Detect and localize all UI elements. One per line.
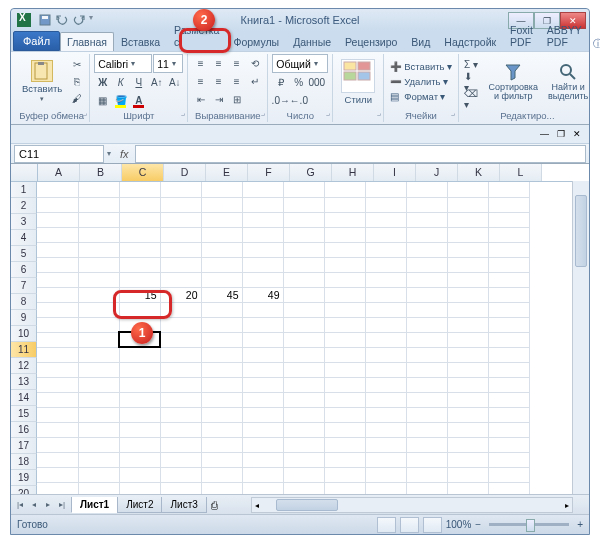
column-header[interactable]: J xyxy=(416,164,458,181)
cell[interactable] xyxy=(283,272,324,287)
cell[interactable] xyxy=(160,422,201,437)
cell[interactable] xyxy=(365,257,406,272)
currency-icon[interactable]: ₽ xyxy=(272,74,289,91)
cell[interactable] xyxy=(160,392,201,407)
cell[interactable] xyxy=(160,407,201,422)
cell[interactable] xyxy=(447,482,488,494)
row-header[interactable]: 4 xyxy=(11,230,37,246)
font-name-combo[interactable]: Calibri xyxy=(94,54,152,73)
cell[interactable] xyxy=(283,197,324,212)
cell[interactable] xyxy=(488,317,529,332)
column-header[interactable]: I xyxy=(374,164,416,181)
cell[interactable]: 20 xyxy=(160,287,201,302)
cell[interactable] xyxy=(406,317,447,332)
cell[interactable]: 49 xyxy=(242,287,283,302)
delete-cells-button[interactable]: ➖Удалить ▾ xyxy=(388,74,453,89)
cell[interactable] xyxy=(283,437,324,452)
cell[interactable] xyxy=(324,317,365,332)
cell[interactable] xyxy=(324,287,365,302)
cell[interactable] xyxy=(365,452,406,467)
view-page-layout-icon[interactable] xyxy=(400,517,419,533)
cell[interactable] xyxy=(283,257,324,272)
qat-dropdown-icon[interactable]: ▾ xyxy=(89,13,103,27)
cell[interactable] xyxy=(201,467,242,482)
cell[interactable] xyxy=(488,227,529,242)
cell[interactable] xyxy=(37,227,78,242)
cell[interactable] xyxy=(406,437,447,452)
row-header[interactable]: 14 xyxy=(11,390,37,406)
cell[interactable] xyxy=(365,287,406,302)
decrease-indent-icon[interactable]: ⇤ xyxy=(192,91,209,108)
cell[interactable] xyxy=(447,227,488,242)
cell[interactable] xyxy=(242,362,283,377)
cell[interactable] xyxy=(447,302,488,317)
cell[interactable] xyxy=(283,452,324,467)
cell[interactable] xyxy=(283,377,324,392)
cell[interactable] xyxy=(160,272,201,287)
cell[interactable] xyxy=(324,302,365,317)
sort-filter-button[interactable]: Сортировка и фильтр xyxy=(485,61,542,102)
cell[interactable] xyxy=(201,212,242,227)
cell[interactable] xyxy=(324,272,365,287)
align-middle-icon[interactable]: ≡ xyxy=(210,55,227,72)
cells-area[interactable]: 15204549 xyxy=(37,182,589,494)
cell[interactable] xyxy=(324,347,365,362)
undo-icon[interactable] xyxy=(55,13,69,27)
cell[interactable] xyxy=(488,197,529,212)
cell[interactable] xyxy=(324,422,365,437)
column-header[interactable]: C xyxy=(122,164,164,181)
format-cells-button[interactable]: ▤Формат ▾ xyxy=(388,89,453,104)
cell[interactable] xyxy=(37,362,78,377)
column-header[interactable]: G xyxy=(290,164,332,181)
row-header[interactable]: 15 xyxy=(11,406,37,422)
cell[interactable] xyxy=(242,452,283,467)
cell[interactable] xyxy=(324,437,365,452)
select-all-corner[interactable] xyxy=(11,164,38,181)
cell[interactable] xyxy=(365,272,406,287)
cell[interactable] xyxy=(365,362,406,377)
cell[interactable] xyxy=(365,302,406,317)
cell[interactable] xyxy=(119,317,160,332)
cell[interactable] xyxy=(201,257,242,272)
cell[interactable] xyxy=(365,242,406,257)
cell[interactable] xyxy=(365,392,406,407)
cell[interactable] xyxy=(37,242,78,257)
cell[interactable] xyxy=(160,362,201,377)
cell[interactable] xyxy=(365,227,406,242)
cell[interactable] xyxy=(488,437,529,452)
copy-icon[interactable]: ⎘ xyxy=(68,73,85,90)
cell[interactable] xyxy=(488,362,529,377)
cut-icon[interactable]: ✂ xyxy=(68,56,85,73)
cell[interactable] xyxy=(119,257,160,272)
new-sheet-icon[interactable]: ⎙ xyxy=(206,499,223,511)
cell[interactable] xyxy=(78,362,119,377)
cell[interactable] xyxy=(78,452,119,467)
tab-data[interactable]: Данные xyxy=(286,32,338,51)
cell[interactable] xyxy=(242,242,283,257)
cell[interactable] xyxy=(201,452,242,467)
cell[interactable] xyxy=(119,422,160,437)
cell[interactable] xyxy=(78,467,119,482)
sheet-nav-first-icon[interactable]: |◂ xyxy=(13,500,27,509)
cell[interactable] xyxy=(406,407,447,422)
cell[interactable] xyxy=(160,317,201,332)
cell[interactable] xyxy=(283,242,324,257)
row-header[interactable]: 20 xyxy=(11,486,37,494)
zoom-level[interactable]: 100% xyxy=(446,519,472,530)
cell[interactable]: 45 xyxy=(201,287,242,302)
cell[interactable] xyxy=(160,182,201,197)
cell[interactable] xyxy=(37,257,78,272)
column-header[interactable]: F xyxy=(248,164,290,181)
cell[interactable] xyxy=(324,257,365,272)
cell[interactable] xyxy=(160,332,201,347)
cell[interactable] xyxy=(78,482,119,494)
align-top-icon[interactable]: ≡ xyxy=(192,55,209,72)
row-header[interactable]: 7 xyxy=(11,278,37,294)
cell[interactable] xyxy=(283,347,324,362)
sheet-nav-prev-icon[interactable]: ◂ xyxy=(27,500,41,509)
sheet-nav-last-icon[interactable]: ▸| xyxy=(55,500,69,509)
align-right-icon[interactable]: ≡ xyxy=(228,73,245,90)
vertical-scroll-thumb[interactable] xyxy=(575,195,587,267)
name-box[interactable]: C11 xyxy=(14,145,104,163)
tab-home[interactable]: Главная xyxy=(60,32,114,51)
